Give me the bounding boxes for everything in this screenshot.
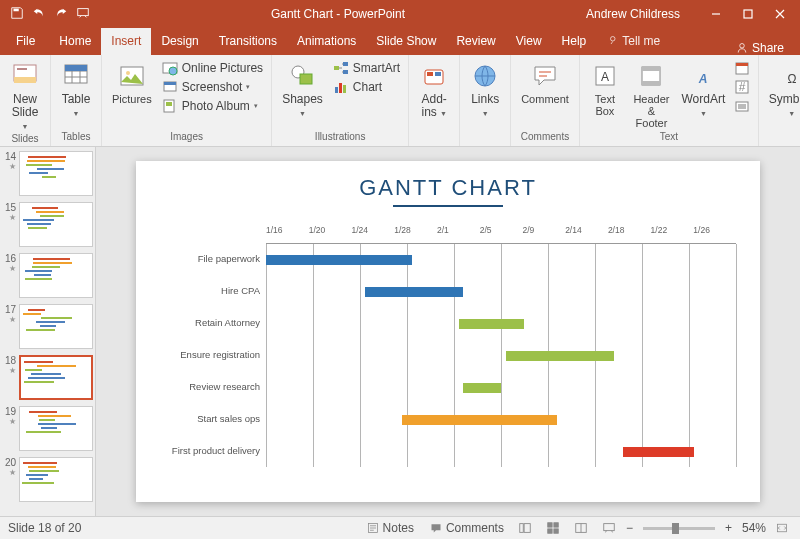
svg-rect-8 [17, 68, 27, 70]
gantt-bar[interactable] [506, 351, 614, 361]
photo-album-button[interactable]: Photo Album ▾ [160, 97, 265, 115]
fit-to-window-button[interactable] [772, 522, 792, 534]
object-button[interactable] [732, 97, 752, 115]
shapes-button[interactable]: Shapes▼ [278, 59, 327, 120]
slide-number-icon: # [734, 79, 750, 95]
slide-thumbnail-18[interactable] [19, 355, 93, 400]
svg-rect-51 [554, 529, 558, 533]
tab-home[interactable]: Home [49, 28, 101, 55]
ribbon: NewSlide ▼ Slides Table▼ Tables Pictures… [0, 55, 800, 147]
gantt-bar[interactable] [402, 415, 557, 425]
title-bar: Gantt Chart - PowerPoint Andrew Childres… [0, 0, 800, 28]
new-slide-button[interactable]: NewSlide ▼ [6, 59, 44, 133]
shapes-icon [287, 61, 317, 91]
chart-button[interactable]: Chart [331, 78, 402, 96]
svg-rect-42 [738, 104, 746, 109]
tab-review[interactable]: Review [446, 28, 505, 55]
quick-access-toolbar [4, 6, 96, 23]
tab-slideshow[interactable]: Slide Show [366, 28, 446, 55]
close-button[interactable] [764, 0, 796, 28]
task-label: Retain Attorney [195, 307, 260, 339]
svg-rect-7 [14, 77, 36, 83]
date-tick: 1/22 [651, 225, 694, 243]
minimize-button[interactable] [700, 0, 732, 28]
svg-rect-25 [339, 83, 342, 93]
textbox-label: TextBox [595, 93, 615, 117]
share-button[interactable]: Share [726, 41, 794, 55]
task-label: First product delivery [172, 435, 260, 467]
date-axis: 1/161/201/241/282/12/52/92/142/181/221/2… [266, 225, 736, 243]
pictures-button[interactable]: Pictures [108, 59, 156, 107]
maximize-button[interactable] [732, 0, 764, 28]
online-pictures-button[interactable]: Online Pictures [160, 59, 265, 77]
group-tables: Table▼ Tables [51, 55, 102, 146]
chart-title-underline [393, 205, 503, 207]
date-time-button[interactable] [732, 59, 752, 77]
addins-button[interactable]: Add-ins ▼ [415, 59, 453, 121]
start-slideshow-icon[interactable] [76, 6, 90, 23]
header-footer-button[interactable]: Header& Footer [628, 59, 675, 131]
notes-button[interactable]: Notes [359, 521, 422, 535]
gantt-bar[interactable] [459, 319, 525, 329]
gantt-bar[interactable] [266, 255, 412, 265]
svg-rect-35 [642, 81, 660, 85]
smartart-button[interactable]: SmartArt [331, 59, 402, 77]
comment-icon [530, 61, 560, 91]
gantt-bar[interactable] [623, 447, 694, 457]
screenshot-button[interactable]: Screenshot ▾ [160, 78, 265, 96]
slide-editor[interactable]: GANTT CHART File paperworkHire CPARetain… [96, 147, 800, 516]
zoom-slider[interactable] [643, 527, 715, 530]
tab-insert[interactable]: Insert [101, 28, 151, 55]
slideshow-view-button[interactable] [596, 517, 622, 540]
sorter-view-button[interactable] [540, 517, 566, 540]
undo-icon[interactable] [32, 6, 46, 23]
tellme-search[interactable]: Tell me [596, 28, 670, 55]
tab-animations[interactable]: Animations [287, 28, 366, 55]
table-button[interactable]: Table▼ [57, 59, 95, 120]
slide-canvas[interactable]: GANTT CHART File paperworkHire CPARetain… [136, 161, 760, 502]
zoom-in-button[interactable]: + [721, 521, 736, 535]
tab-help[interactable]: Help [552, 28, 597, 55]
comments-button[interactable]: Comments [422, 521, 512, 535]
textbox-button[interactable]: A TextBox [586, 59, 624, 119]
slide-thumbnails[interactable]: 14★15★16★17★18★19★20★ [0, 147, 96, 516]
gantt-bar[interactable] [365, 287, 464, 297]
links-button[interactable]: Links▼ [466, 59, 504, 120]
slide-thumbnail-19[interactable] [19, 406, 93, 451]
chevron-down-icon: ▼ [22, 123, 29, 130]
chevron-down-icon: ▼ [73, 110, 80, 117]
date-tick: 1/24 [351, 225, 394, 243]
slide-thumbnail-20[interactable] [19, 457, 93, 502]
slide-thumbnail-16[interactable] [19, 253, 93, 298]
tab-transitions[interactable]: Transitions [209, 28, 287, 55]
wordart-button[interactable]: A WordArt▼ [679, 59, 728, 120]
zoom-level[interactable]: 54% [736, 521, 772, 535]
comment-button[interactable]: Comment [517, 59, 573, 107]
slide-number-button[interactable]: # [732, 78, 752, 96]
slide-count[interactable]: Slide 18 of 20 [8, 521, 81, 535]
slide-thumbnail-17[interactable] [19, 304, 93, 349]
zoom-out-button[interactable]: − [622, 521, 637, 535]
redo-icon[interactable] [54, 6, 68, 23]
online-pictures-icon [162, 60, 178, 76]
slide-thumbnail-15[interactable] [19, 202, 93, 247]
slide-thumbnail-14[interactable] [19, 151, 93, 196]
tab-view[interactable]: View [506, 28, 552, 55]
header-footer-label: Header& Footer [632, 93, 671, 129]
smartart-icon [333, 60, 349, 76]
svg-rect-16 [164, 82, 176, 85]
svg-rect-24 [335, 87, 338, 93]
symbols-icon: Ω [777, 61, 800, 91]
gantt-bar[interactable] [463, 383, 501, 393]
task-label: Hire CPA [221, 275, 260, 307]
reading-view-button[interactable] [568, 517, 594, 540]
symbols-button[interactable]: Ω Symbols▼ [765, 59, 800, 120]
save-icon[interactable] [10, 6, 24, 23]
tab-design[interactable]: Design [151, 28, 208, 55]
user-name[interactable]: Andrew Childress [586, 7, 680, 21]
textbox-icon: A [590, 61, 620, 91]
zoom-thumb[interactable] [672, 523, 679, 534]
normal-view-button[interactable] [512, 517, 538, 540]
date-tick: 2/18 [608, 225, 651, 243]
tab-file[interactable]: File [6, 28, 45, 55]
